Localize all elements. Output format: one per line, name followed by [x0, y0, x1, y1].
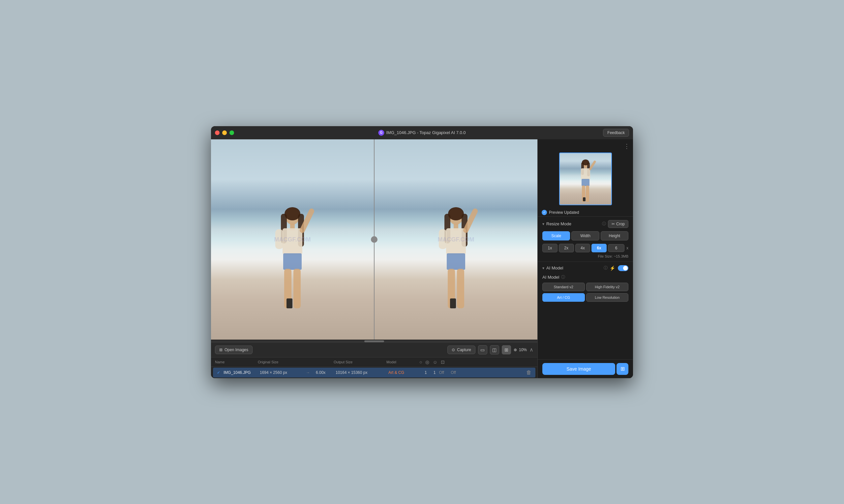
icon-col-circle: ○ — [419, 359, 422, 365]
open-images-icon: ⊞ — [219, 347, 223, 352]
maximize-button[interactable] — [229, 130, 234, 135]
bottom-toolbar: ⊞ Open Images ⊙ Capture ▭ ◫ ⊞ ⊕ — [211, 342, 537, 357]
ai-model-toggle-row: ⚡ — [609, 265, 628, 271]
low-resolution-button[interactable]: Low Resolution — [586, 293, 629, 302]
thumbnail-silhouette — [572, 159, 599, 204]
save-extra-button[interactable]: ⊞ — [617, 363, 628, 375]
title-bar: G IMG_1046.JPG - Topaz Gigapixel AI 7.0.… — [211, 126, 633, 139]
ai-model-section-label: AI Model — [546, 266, 602, 270]
ai-model-toggle[interactable] — [618, 265, 628, 271]
col-name-header: Name — [215, 360, 258, 364]
window-title: IMG_1046.JPG - Topaz Gigapixel AI 7.0.0 — [386, 130, 466, 135]
file-row-scale: 6.00x — [316, 370, 335, 375]
right-panel: ⋮ — [537, 139, 633, 378]
preview-updated-label: Preview Updated — [549, 210, 579, 215]
capture-button[interactable]: ⊙ Capture — [447, 345, 476, 354]
comparison-handle[interactable] — [371, 236, 378, 243]
icon-col-face: ☺ — [433, 359, 437, 365]
crop-button[interactable]: ✂ Crop — [608, 220, 628, 228]
icon-col-drop: ◎ — [425, 359, 429, 365]
open-images-button[interactable]: ⊞ Open Images — [215, 345, 253, 354]
toggle-knob — [623, 266, 628, 270]
preview-updated-dot: ✓ — [542, 210, 547, 215]
ai-model-collapse-arrow[interactable]: ▾ — [542, 266, 544, 270]
view-split-icon: ◫ — [492, 347, 497, 353]
person-silhouette-left — [263, 201, 322, 340]
view-grid-button[interactable]: ⊞ — [502, 345, 511, 355]
art-cg-button[interactable]: Art / CG — [542, 293, 585, 302]
svg-rect-33 — [586, 185, 589, 202]
svg-point-1 — [285, 207, 300, 220]
width-mode-button[interactable]: Width — [571, 231, 599, 240]
col-orig-header: Original Size — [258, 360, 304, 364]
more-options-button[interactable]: ⋮ — [624, 143, 630, 150]
file-row-delete-button[interactable]: 🗑 — [526, 370, 532, 376]
file-row-checkbox[interactable]: ✓ — [217, 370, 224, 375]
minimize-button[interactable] — [222, 130, 227, 135]
zoom-icon: ⊕ — [514, 347, 517, 352]
col-model-header: Model — [386, 360, 419, 364]
resize-mode-collapse-arrow[interactable]: ▾ — [542, 222, 544, 226]
feedback-button[interactable]: Feedback — [603, 129, 629, 137]
svg-rect-8 — [283, 253, 302, 270]
ai-model-info-icon[interactable]: ⓘ — [604, 265, 608, 271]
file-list-header: Name Original Size Output Size Model ○ ◎… — [211, 357, 537, 367]
view-single-button[interactable]: ▭ — [478, 345, 487, 355]
capture-label: Capture — [457, 347, 471, 352]
preview-updated-bar: ✓ Preview Updated — [538, 209, 633, 216]
ai-model-header: ▾ AI Model ⓘ ⚡ — [542, 265, 628, 271]
scale-2x-button[interactable]: 2x — [559, 244, 574, 252]
svg-line-30 — [590, 162, 595, 169]
scale-1x-button[interactable]: 1x — [542, 244, 557, 252]
collapse-button[interactable]: ∧ — [530, 346, 533, 353]
ai-model-sub-info-icon[interactable]: ⓘ — [561, 274, 565, 280]
svg-rect-23 — [450, 299, 456, 308]
scale-4x-button[interactable]: 4x — [575, 244, 590, 252]
ai-model-label-text: AI Model — [542, 275, 559, 280]
traffic-lights — [215, 130, 234, 135]
svg-rect-10 — [293, 269, 301, 308]
height-mode-button[interactable]: Height — [601, 231, 628, 240]
scale-custom-group: x — [608, 244, 628, 252]
scale-button-group: 1x 2x 4x 6x x — [542, 244, 628, 252]
zoom-value: 10% — [519, 347, 527, 352]
file-list-area: Name Original Size Output Size Model ○ ◎… — [211, 357, 537, 378]
file-size-label: File Size: ~15.3MB — [542, 254, 628, 258]
ai-model-section: ▾ AI Model ⓘ ⚡ AI Model ⓘ Standard v2 — [538, 262, 633, 307]
save-extra-icon: ⊞ — [620, 366, 625, 372]
file-row-off: Off Off — [439, 370, 456, 375]
original-photo: MACGF.COM — [211, 139, 374, 340]
svg-rect-31 — [582, 179, 589, 186]
resize-mode-label: Resize Mode — [546, 221, 600, 226]
image-area[interactable]: MACGF.COM — [211, 139, 537, 340]
file-list-row[interactable]: ✓ IMG_1046.JPG 1694 × 2560 px → 6.00x 10… — [213, 367, 535, 378]
thumbnail-header: ⋮ — [541, 143, 630, 150]
left-panel: MACGF.COM — [211, 139, 537, 378]
col-icons-header: ○ ◎ ☺ ⊡ — [419, 359, 445, 365]
high-fidelity-v2-button[interactable]: High Fidelity v2 — [586, 283, 629, 291]
col-output-header: Output Size — [334, 360, 386, 364]
scale-custom-input[interactable] — [608, 244, 624, 252]
standard-v2-button[interactable]: Standard v2 — [542, 283, 585, 291]
collapse-icon: ∧ — [530, 347, 533, 353]
ai-model-sub-label: AI Model ⓘ — [542, 274, 628, 280]
file-row-arrow: → — [306, 370, 316, 375]
crop-label: Crop — [616, 222, 625, 226]
view-split-button[interactable]: ◫ — [490, 345, 499, 355]
icon-col-image: ⊡ — [441, 359, 445, 365]
scale-6x-button[interactable]: 6x — [591, 244, 607, 252]
save-image-button[interactable]: Save Image — [542, 363, 615, 375]
capture-icon: ⊙ — [452, 347, 455, 352]
crop-icon: ✂ — [612, 222, 615, 226]
original-image-half: MACGF.COM — [211, 139, 375, 340]
file-row-model: Art & CG — [389, 370, 421, 375]
file-row-output-size: 10164 × 15360 px — [335, 370, 389, 375]
file-row-original-size: 1694 × 2560 px — [260, 370, 306, 375]
close-button[interactable] — [215, 130, 220, 135]
enhanced-photo: MACGF.COM — [375, 139, 537, 340]
model-row2-group: Art / CG Low Resolution — [542, 293, 628, 302]
thumbnail-image — [559, 152, 612, 205]
svg-rect-6 — [275, 229, 283, 249]
resize-mode-info-icon[interactable]: ⓘ — [602, 221, 606, 227]
scale-mode-button[interactable]: Scale — [542, 231, 570, 240]
